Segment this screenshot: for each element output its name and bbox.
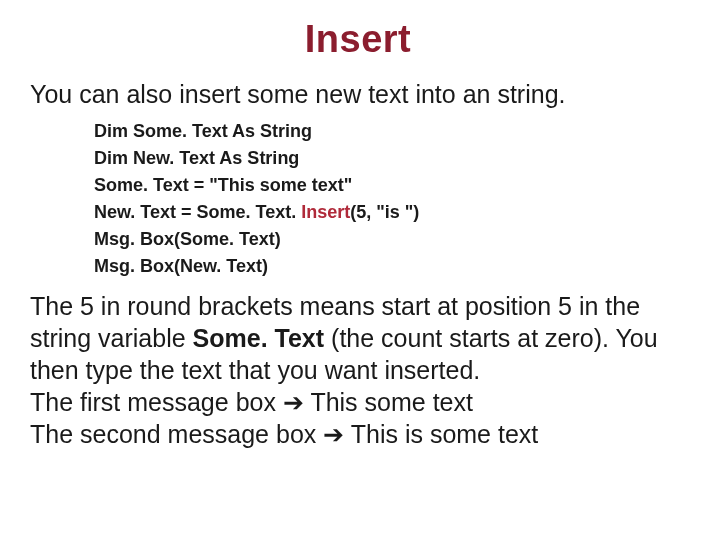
code-line-6: Msg. Box(New. Text) [94, 253, 686, 280]
code-keyword-insert: Insert [301, 202, 350, 222]
intro-text: You can also insert some new text into a… [30, 79, 686, 110]
code-line-4-pre: New. Text = Some. Text. [94, 202, 301, 222]
code-line-3: Some. Text = "This some text" [94, 172, 686, 199]
slide: Insert You can also insert some new text… [0, 0, 720, 540]
explain-line-3: The second message box ➔ This is some te… [30, 420, 538, 448]
code-line-2: Dim New. Text As String [94, 145, 686, 172]
code-line-1: Dim Some. Text As String [94, 118, 686, 145]
explain-line-2: The first message box ➔ This some text [30, 388, 473, 416]
code-line-5: Msg. Box(Some. Text) [94, 226, 686, 253]
explain-bold-var: Some. Text [193, 324, 325, 352]
slide-title: Insert [30, 18, 686, 61]
code-block: Dim Some. Text As String Dim New. Text A… [94, 118, 686, 280]
code-line-4: New. Text = Some. Text. Insert(5, "is ") [94, 199, 686, 226]
explanation-paragraph: The 5 in round brackets means start at p… [30, 290, 686, 450]
code-line-4-post: (5, "is ") [350, 202, 419, 222]
